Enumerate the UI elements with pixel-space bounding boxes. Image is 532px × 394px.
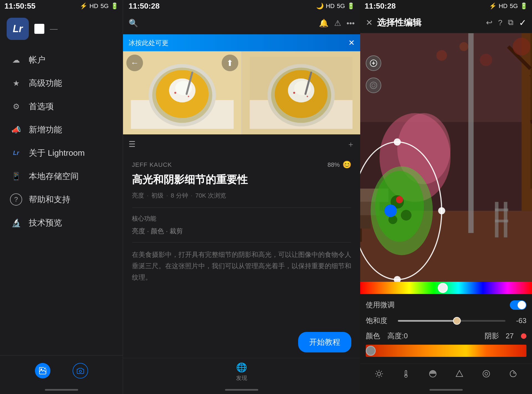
header-left-icons: 🔍 <box>129 19 138 28</box>
svg-point-83 <box>405 375 407 377</box>
nav-label-account: 帐户 <box>29 54 45 66</box>
bell-icon[interactable]: 🔔 <box>319 19 329 28</box>
hue-thumb-primary[interactable] <box>438 283 448 293</box>
more-icon[interactable]: ••• <box>347 19 355 28</box>
toolbar-effects[interactable] <box>509 369 518 380</box>
nav-item-account[interactable]: ☁ 帐户 <box>0 48 123 71</box>
status-icons-mid: 🌙 HD 5G 🔋 <box>316 2 355 10</box>
shadow-dot-indicator <box>521 333 526 339</box>
gallery-button[interactable] <box>35 363 50 378</box>
search-icon[interactable]: 🔍 <box>129 19 138 28</box>
close-button[interactable]: ✕ <box>366 18 373 27</box>
svg-point-73 <box>377 372 381 375</box>
hue-bar-secondary[interactable] <box>366 345 526 357</box>
filter-icon[interactable]: ☰ <box>129 140 135 149</box>
help-button[interactable]: ? <box>498 18 502 27</box>
svg-point-57 <box>401 210 411 221</box>
toolbar-tone[interactable] <box>428 369 437 380</box>
lr-separator: — <box>50 24 58 33</box>
fine-tune-toggle[interactable] <box>510 300 526 310</box>
edit-header-right: ↩ ? ⧉ ✓ <box>486 17 526 28</box>
article-body: 在美食摄影中，打开具有完整细节的阴影和高光，可以让图像中的食物令人垂涎三尺。在这… <box>132 249 351 283</box>
lr-small-icon: Lr <box>10 147 22 159</box>
edit-header-left: ✕ 选择性编辑 <box>366 17 421 29</box>
nav-item-about[interactable]: Lr 关于 Lightroom <box>0 141 123 165</box>
svg-point-87 <box>513 372 515 373</box>
brush-button[interactable] <box>366 78 381 93</box>
add-icon[interactable]: ＋ <box>347 139 355 150</box>
start-tutorial-button[interactable]: 开始教程 <box>298 332 351 352</box>
svg-point-13 <box>188 96 189 97</box>
panel-selective-edit: 11:50:28 ⚡ HD 5G 🔋 ✕ 选择性编辑 ↩ ? ⧉ ✓ <box>360 0 532 394</box>
back-button[interactable]: ← <box>126 55 143 71</box>
status-time-left: 11:50:55 <box>4 2 35 11</box>
hue-bar-primary[interactable] <box>360 282 532 294</box>
nav-item-advanced[interactable]: ★ 高级功能 <box>0 71 123 95</box>
add-mask-button[interactable] <box>366 55 381 71</box>
color-label: 颜色 <box>366 331 380 341</box>
gear-icon: ⚙ <box>10 100 22 112</box>
network-icon: HD <box>89 2 98 10</box>
article-title: 高光和阴影细节的重要性 <box>132 173 351 186</box>
nav-label-help: 帮助和支持 <box>29 194 70 205</box>
lr-logo: Lr <box>7 18 29 40</box>
rating-row: 88% 😊 <box>328 160 351 169</box>
share-button[interactable]: ⬆ <box>222 55 238 71</box>
battery-icon: 🔋 <box>111 2 118 10</box>
svg-rect-68 <box>495 209 508 211</box>
fine-tune-row: 使用微调 <box>360 297 532 313</box>
svg-line-81 <box>376 376 377 377</box>
nav-item-local-storage[interactable]: 📱 本地存储空间 <box>0 165 123 188</box>
nav-item-tech-preview[interactable]: 🔬 技术预览 <box>0 211 123 234</box>
svg-point-64 <box>438 207 445 214</box>
color-height-value: 高度:0 <box>387 331 408 341</box>
food-photo-edited <box>242 51 360 134</box>
article-footer: 开始教程 <box>123 326 360 358</box>
nav-item-new-features[interactable]: 📣 新增功能 <box>0 118 123 141</box>
camera-button[interactable] <box>73 363 88 378</box>
home-indicator-left <box>0 386 123 394</box>
svg-point-71 <box>370 82 377 89</box>
saturation-row: 饱和度 -63 <box>360 313 532 328</box>
edit-title: 选择性编辑 <box>377 17 421 29</box>
panel-article: 11:50:28 🌙 HD 5G 🔋 🔍 🔔 ⚠ ••• 冰按此处可更 ✕ <box>123 0 360 394</box>
alert-icon[interactable]: ⚠ <box>334 19 341 28</box>
saturation-track[interactable] <box>398 320 505 322</box>
bt-icon: ⚡ <box>489 2 497 10</box>
bluetooth-icon: ⚡ <box>80 2 87 10</box>
undo-button[interactable]: ↩ <box>486 18 492 27</box>
svg-point-45 <box>513 38 530 55</box>
confirm-button[interactable]: ✓ <box>519 17 526 28</box>
nav-item-help[interactable]: ? 帮助和支持 <box>0 188 123 211</box>
nav-label-preferences: 首选项 <box>29 101 54 112</box>
discover-button[interactable]: 🌐 发现 <box>236 362 247 382</box>
svg-point-12 <box>174 92 176 94</box>
toolbar-detail[interactable] <box>455 369 464 380</box>
meta-brightness: 亮度 <box>132 191 144 200</box>
svg-point-48 <box>459 42 468 51</box>
discover-label: 发现 <box>236 374 247 382</box>
nav-item-preferences[interactable]: ⚙ 首选项 <box>0 95 123 118</box>
gallery-icon <box>35 363 50 378</box>
compare-button[interactable]: ⧉ <box>508 18 513 27</box>
svg-rect-50 <box>468 33 474 233</box>
rating-value: 88% <box>328 161 340 168</box>
status-bar-mid: 11:50:28 🌙 HD 5G 🔋 <box>123 0 360 12</box>
toolbar-temperature[interactable] <box>401 369 410 380</box>
lr-white-box <box>34 24 44 34</box>
toolbar-light[interactable] <box>375 369 383 380</box>
svg-rect-32 <box>530 33 532 189</box>
color-shadow-row: 颜色 高度:0 阴影 27 <box>360 328 532 344</box>
saturation-thumb[interactable] <box>453 317 461 325</box>
hue-thumb-secondary[interactable] <box>366 346 376 356</box>
edit-controls: 使用微调 饱和度 -63 颜色 高度:0 阴影 27 <box>360 282 532 364</box>
nav-menu: ☁ 帐户 ★ 高级功能 ⚙ 首选项 📣 新增功能 Lr 关于 Lightroom… <box>0 45 123 355</box>
saturation-fill <box>398 320 457 322</box>
banner-close-button[interactable]: ✕ <box>348 38 355 47</box>
battery-right-icon: 🔋 <box>520 2 528 10</box>
toolbar-hsl[interactable] <box>482 369 491 380</box>
svg-line-79 <box>381 376 382 377</box>
phone-icon: 📱 <box>10 170 22 182</box>
nav-label-local-storage: 本地存储空间 <box>29 171 79 182</box>
photo-canvas <box>360 33 532 282</box>
